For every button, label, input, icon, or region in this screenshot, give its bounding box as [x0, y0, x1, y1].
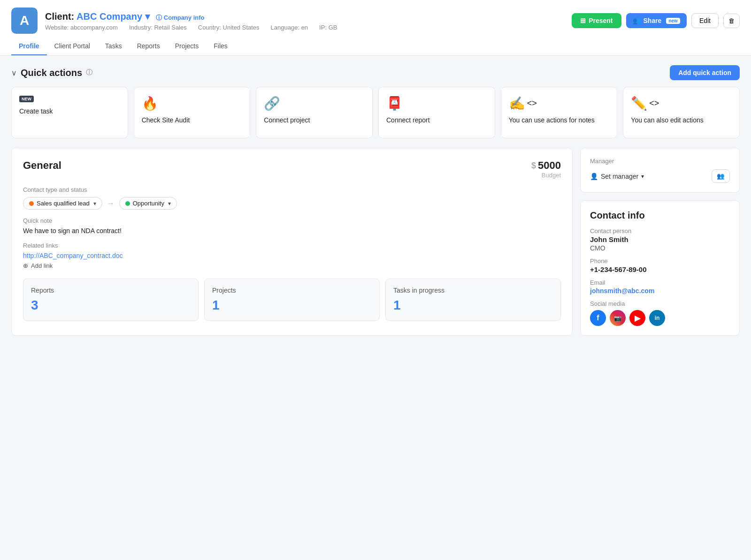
client-dropdown-icon[interactable]: ▾ [145, 11, 150, 22]
contact-email-label: Email [590, 279, 730, 286]
set-manager-button[interactable]: 👤 Set manager ▾ [590, 173, 644, 180]
related-links-label: Related links [23, 242, 561, 249]
quick-actions-info-icon[interactable]: ⓘ [86, 68, 92, 77]
status-to-dot [125, 201, 130, 206]
language-meta: Language: en [271, 24, 308, 31]
action-connect-report[interactable]: 📮 Connect report [378, 87, 495, 138]
website-meta: Website: abccompany.com [45, 24, 118, 31]
add-link-button[interactable]: ⊕ Add link [23, 262, 53, 269]
contact-info-card: Contact info Contact person John Smith C… [580, 200, 740, 336]
status-to-chevron: ▾ [168, 200, 171, 207]
tab-client-portal[interactable]: Client Portal [47, 38, 98, 55]
related-link[interactable]: http://ABC_company_contract.doc [23, 252, 561, 259]
stat-tasks-value: 1 [393, 298, 553, 313]
social-icons: f 📷 ▶ in [590, 310, 730, 326]
contact-person-role: CMO [590, 244, 730, 252]
status-to-label: Opportunity [133, 200, 164, 207]
stat-projects[interactable]: Projects 1 [204, 279, 380, 321]
contact-info-title: Contact info [590, 210, 730, 221]
company-info-btn[interactable]: ⓘ Company info [156, 14, 204, 21]
delete-button[interactable]: 🗑 [723, 14, 740, 28]
connect-report-label: Connect report [386, 116, 487, 125]
create-task-icon: NEW [19, 96, 120, 102]
tab-reports[interactable]: Reports [130, 38, 168, 55]
general-title: General [23, 159, 61, 172]
new-badge: NEW [19, 96, 34, 102]
set-manager-chevron: ▾ [641, 173, 644, 180]
stat-tasks[interactable]: Tasks in progress 1 [385, 279, 561, 321]
status-from-dot [29, 201, 34, 206]
quick-actions-title-text: Quick actions [21, 68, 82, 78]
quick-note-text: We have to sign an NDA contract! [23, 227, 561, 235]
budget-dollar: $ [531, 161, 536, 171]
present-button[interactable]: ⊞ Present [572, 13, 621, 28]
add-quick-action-button[interactable]: Add quick action [670, 65, 740, 80]
site-audit-label: Check Site Audit [142, 116, 243, 125]
instagram-icon[interactable]: 📷 [610, 310, 626, 326]
youtube-icon[interactable]: ▶ [629, 310, 645, 326]
stat-projects-label: Projects [212, 287, 372, 294]
use-notes-icon: ✍️ <> [509, 96, 610, 111]
action-edit-actions[interactable]: ✏️ <> You can also edit actions [623, 87, 740, 138]
edit-button[interactable]: Edit [691, 13, 719, 28]
action-connect-project[interactable]: 🔗 Connect project [256, 87, 373, 138]
tab-files[interactable]: Files [206, 38, 235, 55]
contact-person-label: Contact person [590, 227, 730, 235]
status-from-chevron: ▾ [93, 200, 96, 207]
status-from-label: Sales qualified lead [37, 200, 90, 207]
general-card: General $ 5000 Budget Contact type and s… [11, 148, 573, 336]
edit-actions-icon: ✏️ <> [631, 96, 732, 111]
collapse-button[interactable]: ∨ [11, 68, 17, 77]
linkedin-icon[interactable]: in [649, 310, 665, 326]
edit-actions-label: You can also edit actions [631, 116, 732, 125]
manager-card: Manager 👤 Set manager ▾ 👥 [580, 148, 740, 193]
action-use-notes[interactable]: ✍️ <> You can use actions for notes [501, 87, 618, 138]
client-meta: Website: abccompany.com Industry: Retail… [45, 24, 337, 31]
stat-reports[interactable]: Reports 3 [23, 279, 199, 321]
social-media-label: Social media [590, 300, 730, 307]
country-meta: Country: United States [198, 24, 260, 31]
set-manager-icon: 👤 [590, 173, 598, 180]
stat-reports-label: Reports [31, 287, 191, 294]
contact-phone-label: Phone [590, 257, 730, 265]
site-audit-icon: 🔥 [142, 96, 243, 111]
budget-block: $ 5000 Budget [531, 159, 561, 179]
status-from-chip[interactable]: Sales qualified lead ▾ [23, 197, 102, 210]
stat-projects-value: 1 [212, 298, 372, 313]
connect-report-icon: 📮 [386, 96, 487, 111]
create-task-label: Create task [19, 107, 120, 116]
contact-email-value[interactable]: johnsmith@abc.com [590, 287, 730, 295]
stats-row: Reports 3 Projects 1 Tasks in progress 1 [23, 279, 561, 321]
tab-tasks[interactable]: Tasks [98, 38, 130, 55]
share-icon: 👥 [633, 17, 641, 24]
team-icon: 👥 [717, 173, 725, 180]
stat-reports-value: 3 [31, 298, 191, 313]
contact-phone-value: +1-234-567-89-00 [590, 265, 730, 273]
present-icon: ⊞ [580, 17, 586, 24]
tab-projects[interactable]: Projects [168, 38, 207, 55]
status-to-chip[interactable]: Opportunity ▾ [119, 197, 177, 210]
nav-tabs: Profile Client Portal Tasks Reports Proj… [11, 38, 740, 55]
set-manager-label: Set manager [601, 173, 638, 180]
quick-actions-grid: NEW Create task 🔥 Check Site Audit 🔗 Con… [11, 87, 740, 138]
action-create-task[interactable]: NEW Create task [11, 87, 128, 138]
facebook-icon[interactable]: f [590, 310, 606, 326]
add-link-icon: ⊕ [23, 262, 28, 269]
share-button[interactable]: 👥 Share new [626, 13, 687, 28]
industry-meta: Industry: Retail Sales [129, 24, 187, 31]
action-check-site-audit[interactable]: 🔥 Check Site Audit [134, 87, 251, 138]
main-grid: General $ 5000 Budget Contact type and s… [11, 148, 740, 336]
add-link-label: Add link [31, 262, 53, 269]
trash-icon: 🗑 [728, 17, 735, 24]
team-button[interactable]: 👥 [712, 169, 730, 183]
budget-amount: 5000 [538, 159, 561, 172]
share-new-badge: new [666, 18, 680, 24]
client-title: Client: ABC Company ▾ ⓘ Company info [45, 11, 337, 22]
budget-label: Budget [531, 172, 561, 179]
status-row: Sales qualified lead ▾ → Opportunity ▾ [23, 197, 561, 210]
tab-profile[interactable]: Profile [11, 38, 47, 55]
stat-tasks-label: Tasks in progress [393, 287, 553, 294]
contact-person-name: John Smith [590, 235, 730, 243]
header-actions: ⊞ Present 👥 Share new Edit 🗑 [572, 13, 740, 28]
quick-actions-header: ∨ Quick actions ⓘ Add quick action [11, 65, 740, 80]
